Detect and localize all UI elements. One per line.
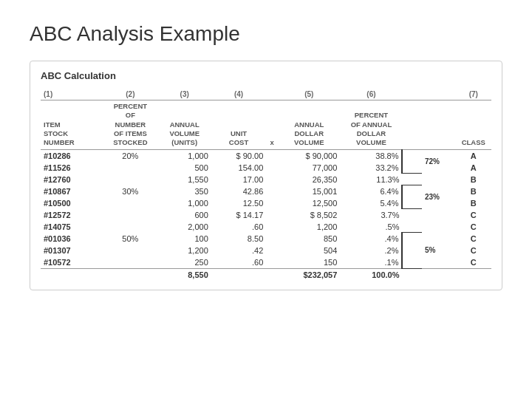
cell-pct-items: [103, 245, 158, 256]
cell-pct-items: [103, 209, 158, 221]
cell-brace: [402, 185, 421, 209]
cell-brace: [402, 233, 421, 269]
abc-table: (1) (2) (3) (4) (5) (6) (7) ITEMSTOCKNUM…: [41, 89, 491, 281]
cell-pct-items: 20%: [103, 149, 158, 162]
cell-unit-cost: .60: [211, 256, 267, 269]
table-row: #140752,000.601,200.5%C: [41, 221, 491, 233]
cell-pct-dollar: 6.4%: [340, 185, 402, 197]
cell-class: A: [456, 162, 491, 174]
cell-item: #12572: [41, 209, 103, 221]
col-number-row: (1) (2) (3) (4) (5) (6) (7): [41, 89, 491, 100]
col-header-pct-items: PERCENTOFNUMBEROF ITEMSSTOCKED: [103, 100, 158, 150]
cell-brace-label: 5%: [422, 233, 456, 269]
cell-item: #10286: [41, 149, 103, 162]
cell-item: #01307: [41, 245, 103, 256]
total-cell: [402, 268, 491, 281]
cell-unit-cost: 17.00: [211, 174, 267, 185]
cell-annual-dollar: $ 8,502: [278, 209, 340, 221]
cell-annual-vol: 100: [158, 233, 211, 245]
cell-brace-label: 72%: [422, 149, 456, 174]
col-header-row: ITEMSTOCKNUMBER PERCENTOFNUMBEROF ITEMSS…: [41, 100, 491, 150]
cell-brace: [402, 149, 421, 174]
cell-annual-vol: 1,000: [158, 197, 211, 209]
cell-annual-vol: 1,000: [158, 149, 211, 162]
cell-item: #10500: [41, 197, 103, 209]
total-cell: [103, 268, 158, 281]
cell-brace: [402, 174, 421, 185]
cell-annual-dollar: 15,001: [278, 185, 340, 197]
cell-pct-dollar: 11.3%: [340, 174, 402, 185]
total-cell: 100.0%: [340, 268, 402, 281]
cell-brace: [402, 209, 421, 221]
col-num-3: (3): [158, 89, 211, 100]
cell-item: #12760: [41, 174, 103, 185]
cell-annual-vol: 1,550: [158, 174, 211, 185]
col-num-2: (2): [103, 89, 158, 100]
table-total-row: 8,550$232,057100.0%: [41, 268, 491, 281]
cell-annual-vol: 1,200: [158, 245, 211, 256]
cell-pct-dollar: 33.2%: [340, 162, 402, 174]
total-cell: 8,550: [158, 268, 211, 281]
cell-item: #10867: [41, 185, 103, 197]
cell-annual-dollar: 26,350: [278, 174, 340, 185]
cell-annual-dollar: $ 90,000: [278, 149, 340, 162]
cell-unit-cost: 42.86: [211, 185, 267, 197]
cell-class: C: [456, 245, 491, 256]
cell-unit-cost: .42: [211, 245, 267, 256]
cell-annual-vol: 2,000: [158, 221, 211, 233]
table-row: #0103650%1008.50850.4%5%C: [41, 233, 491, 245]
cell-unit-cost: 12.50: [211, 197, 267, 209]
cell-annual-vol: 600: [158, 209, 211, 221]
cell-pct-dollar: 5.4%: [340, 197, 402, 209]
cell-pct-items: 30%: [103, 185, 158, 197]
col-header-pct-dollar: PERCENTOF ANNUALDOLLARVOLUME: [340, 100, 402, 150]
col-num-6: (6): [340, 89, 402, 100]
cell-unit-cost: .60: [211, 221, 267, 233]
table-row: #1028620%1,000$ 90.00$ 90,00038.8%72%A: [41, 149, 491, 162]
table-body: #1028620%1,000$ 90.00$ 90,00038.8%72%A#1…: [41, 149, 491, 281]
cell-class: B: [456, 185, 491, 197]
cell-unit-cost: $ 90.00: [211, 149, 267, 162]
cell-annual-dollar: 504: [278, 245, 340, 256]
col-header-annual-vol: ANNUALVOLUME(UNITS): [158, 100, 211, 150]
col-num-5: (5): [278, 89, 340, 100]
cell-annual-dollar: 12,500: [278, 197, 340, 209]
cell-pct-items: 50%: [103, 233, 158, 245]
cell-class: B: [456, 197, 491, 209]
cell-annual-vol: 500: [158, 162, 211, 174]
cell-unit-cost: 8.50: [211, 233, 267, 245]
cell-class: C: [456, 256, 491, 269]
col-num-7: (7): [456, 89, 491, 100]
col-header-class: CLASS: [456, 100, 491, 150]
table-row: #127601,55017.0026,35011.3%B: [41, 174, 491, 185]
table-row: #1086730%35042.8615,0016.4%23%B: [41, 185, 491, 197]
cell-pct-items: [103, 174, 158, 185]
cell-pct-items: [103, 162, 158, 174]
card-title: ABC Calculation: [41, 70, 491, 81]
page-title: ABC Analysis Example: [30, 22, 502, 46]
cell-brace-label: [422, 221, 456, 233]
cell-annual-dollar: 77,000: [278, 162, 340, 174]
col-num-4: (4): [211, 89, 267, 100]
cell-item: #11526: [41, 162, 103, 174]
cell-pct-items: [103, 256, 158, 269]
col-header-annual-dollar: ANNUALDOLLARVOLUME: [278, 100, 340, 150]
cell-item: #01036: [41, 233, 103, 245]
cell-pct-dollar: .4%: [340, 233, 402, 245]
cell-class: C: [456, 209, 491, 221]
col-num-1: (1): [41, 89, 103, 100]
cell-annual-dollar: 1,200: [278, 221, 340, 233]
cell-class: C: [456, 233, 491, 245]
cell-class: C: [456, 221, 491, 233]
table-row: #12572600$ 14.17$ 8,5023.7%C: [41, 209, 491, 221]
cell-annual-dollar: 150: [278, 256, 340, 269]
abc-card: ABC Calculation (1) (2) (3) (4): [30, 61, 502, 290]
cell-class: B: [456, 174, 491, 185]
cell-brace-label: [422, 174, 456, 185]
cell-pct-dollar: .2%: [340, 245, 402, 256]
total-cell: [211, 268, 267, 281]
col-header-unit-cost: UNITCOST: [211, 100, 267, 150]
col-header-item: ITEMSTOCKNUMBER: [41, 100, 103, 150]
col-header-x: x: [266, 100, 278, 150]
cell-annual-dollar: 850: [278, 233, 340, 245]
